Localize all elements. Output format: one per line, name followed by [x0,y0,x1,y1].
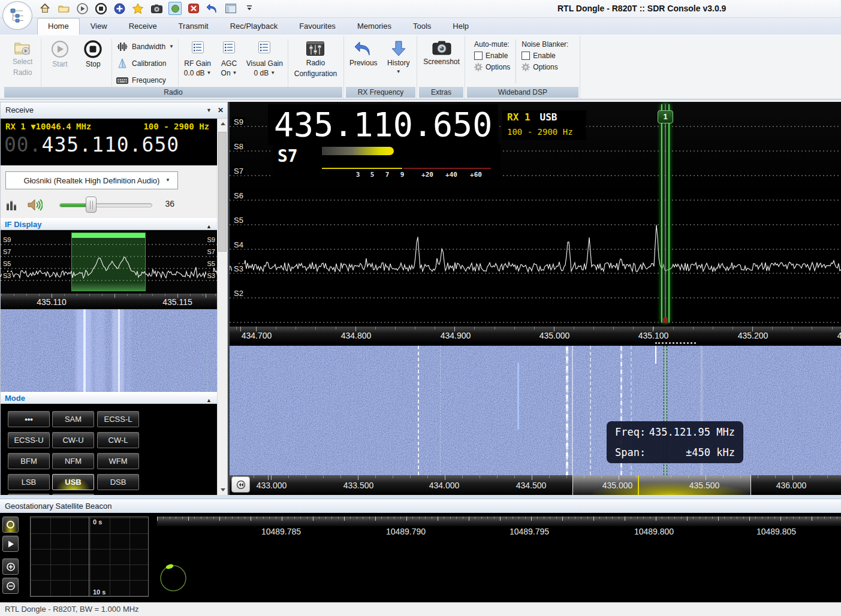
previous-undo-icon [354,40,373,57]
stop-button[interactable]: Stop [77,37,110,69]
rx-frequency-readout[interactable]: RX 1 ▼10046.4 MHz 100 - 2900 Hz 00.435.1… [1,119,218,165]
main-waterfall[interactable]: Freq:435.121.95 MHz Span:±450 kHz [230,346,841,475]
spectrum-frequency-axis[interactable]: 434.700 434.800 434.900 435.000 435.100 … [230,327,841,343]
automute-title: Auto-mute: [474,40,510,49]
tab-memories[interactable]: Memories [346,18,402,35]
noise-blanker-column: Noise Blanker: Enable Options [516,37,574,74]
waterfall-signal [440,346,441,475]
mode-label: USB [540,111,557,123]
tab-tools[interactable]: Tools [402,18,442,35]
waterfall-signal [566,346,568,475]
tab-view[interactable]: View [80,18,118,35]
mode-button-cw-l[interactable]: CW-L [97,432,139,448]
window-icon[interactable] [224,2,237,15]
calibration-button[interactable]: Calibration [116,55,174,71]
beacon-frequency-ruler[interactable] [157,517,841,526]
volume-slider-thumb[interactable] [86,197,97,213]
app-menu-button[interactable] [2,1,32,30]
bandwidth-button[interactable]: Bandwidth ▼ [116,38,174,55]
mode-button-lsb[interactable]: LSB [8,474,50,490]
tab-favourites[interactable]: Favourites [288,18,346,35]
volume-slider[interactable] [59,203,152,207]
rf-spectrum[interactable]: S9 S8 S7 S6 S5 S4 S3 S2 435.110.650 RX 1… [230,102,841,327]
status-bar: RTL Dongle - R820T, BW = 1.000 MHz [0,602,841,616]
select-radio-button[interactable]: SelectRadio [6,37,39,77]
beacon-history-grid[interactable]: 0 s 10 s [30,517,149,597]
previous-frequency-button[interactable]: Previous [348,37,379,68]
tab-receive[interactable]: Receive [118,18,168,35]
noise-blanker-options-button[interactable]: Options [522,63,568,71]
mode-button-dsb[interactable]: DSB [97,474,139,490]
scroll-up-button[interactable] [218,119,228,129]
tab-help[interactable]: Help [442,18,480,35]
screenshot-button[interactable]: Screenshot [421,37,462,67]
checkbox-icon[interactable] [522,52,530,60]
history-caret-icon: ▼ [396,70,401,74]
start-button[interactable]: Start [43,37,76,69]
record-icon[interactable] [168,2,182,15]
if-display-header[interactable]: IF Display ▲ [1,218,218,230]
frequency-button[interactable]: Frequency [116,72,174,88]
panel-close-icon[interactable]: ✕ [218,102,224,118]
stop-icon[interactable] [94,2,107,15]
waterfall-frequency-axis[interactable]: 433.000 433.500 434.000 434.500 435.000 … [230,475,841,495]
mode-button-bfm[interactable]: BFM [8,453,50,469]
lo-offset-dropdown[interactable]: ▼10046.4 MHz [31,122,91,131]
beacon-zoom-out-button[interactable] [2,578,19,594]
mode-button-more[interactable]: ••• [8,411,50,427]
speaker-icon[interactable] [27,198,43,212]
screenshot-camera-icon [432,40,451,56]
rx-info: RX 1USB 100 - 2900 Hz [502,110,586,140]
open-folder-icon[interactable] [57,2,70,15]
agc-dropdown[interactable]: AGC On▼ [215,37,243,77]
mode-button-ecss-u[interactable]: ECSS-U [8,432,50,448]
mode-button-wfm[interactable]: WFM [97,453,139,469]
audio-device-select[interactable]: Głośniki (Realtek High Definition Audio)… [5,171,178,189]
start-icon[interactable] [76,2,89,15]
close-red-icon[interactable] [187,2,200,15]
add-icon[interactable] [113,2,126,15]
automute-enable-checkbox[interactable]: Enable [474,52,510,60]
if-waterfall[interactable] [1,309,218,392]
checkbox-icon[interactable] [474,52,483,60]
beacon-record-button[interactable] [2,517,19,533]
mode-button-sam[interactable]: SAM [52,411,94,427]
history-button[interactable]: History ▼ [383,37,415,74]
marker-badge[interactable]: 1 [658,110,673,123]
home-icon[interactable] [38,2,52,15]
screenshot-camera-icon[interactable] [150,2,163,15]
tuned-frequency-marker[interactable] [661,104,670,322]
panel-menu-icon[interactable]: ▼ [206,108,212,113]
mode-button-nfm[interactable]: NFM [52,453,94,469]
radio-configuration-button[interactable]: RadioConfiguration [290,37,341,78]
zoom-band-reset-button[interactable] [231,476,250,493]
scroll-down-button[interactable] [218,485,228,495]
beacon-zoom-in-button[interactable] [2,558,19,575]
scrollbar-thumb[interactable] [218,132,227,252]
toolbar-overflow-icon[interactable] [243,2,256,15]
rf-gain-dropdown[interactable]: RF Gain 0.0 dB▼ [180,37,215,77]
mode-button-ecss-l[interactable]: ECSS-L [97,411,139,427]
tuned-frequency-line [638,475,639,495]
mode-button-usb[interactable]: USB [52,474,94,490]
main-frequency-readout[interactable]: 435.110.650 [268,104,498,145]
mode-button-cw-u[interactable]: CW-U [52,432,94,448]
if-spectrum[interactable]: S9 S7 S5 S3 S9 S7 S5 S3 [1,230,218,294]
receive-panel-header[interactable]: Receive ▼ ✕ [1,102,227,119]
noise-blanker-title: Noise Blanker: [522,40,568,49]
equalizer-icon[interactable] [5,198,20,212]
mode-header[interactable]: Mode ▲ [1,392,218,404]
if-frequency-scale[interactable]: 435.110 435.115 [1,294,218,309]
panel-scrollbar[interactable] [217,119,227,495]
visual-gain-dropdown[interactable]: Visual Gain 0 dB▼ [243,37,286,77]
tab-home[interactable]: Home [37,18,80,35]
tab-rec-playback[interactable]: Rec/Playback [219,18,288,35]
favourites-star-icon[interactable] [131,2,144,15]
beacon-play-button[interactable] [2,536,19,552]
frequency-digits[interactable]: 435.110.650 [42,133,180,156]
undo-icon[interactable] [206,2,219,15]
waterfall-signal [572,346,573,475]
tab-transmit[interactable]: Transmit [168,18,219,35]
automute-options-button[interactable]: Options [474,63,510,71]
noise-blanker-enable-checkbox[interactable]: Enable [522,52,568,60]
